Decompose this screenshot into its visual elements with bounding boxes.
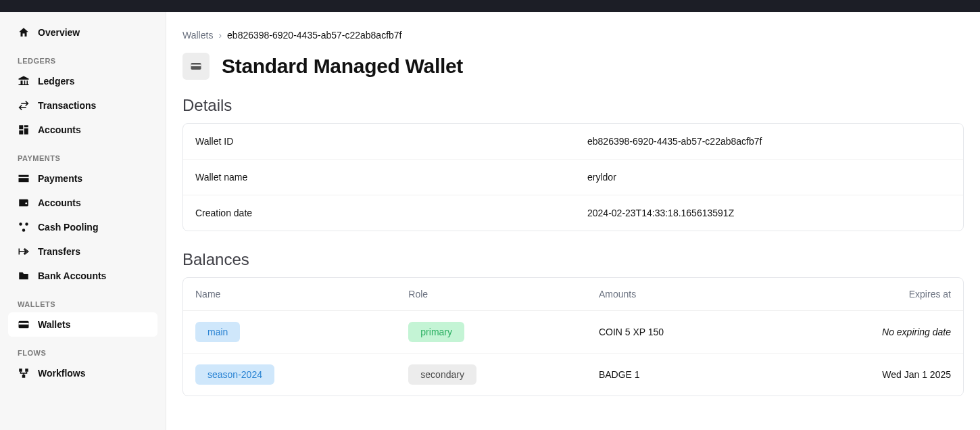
page-title: Standard Managed Wallet	[222, 55, 463, 78]
sidebar-item-transfers[interactable]: Transfers	[8, 239, 157, 264]
details-key: Creation date	[195, 208, 587, 218]
sidebar-item-label: Payments	[38, 173, 82, 184]
sidebar-section-payments: PAYMENTS	[8, 142, 157, 166]
transfer-icon	[18, 245, 30, 258]
sidebar-item-ledgers[interactable]: Ledgers	[8, 69, 157, 93]
sidebar-section-ledgers: LEDGERS	[8, 45, 157, 69]
balances-col-expires: Expires at	[771, 278, 963, 311]
sidebar-item-workflows[interactable]: Workflows	[8, 361, 157, 385]
sidebar-item-payments[interactable]: Payments	[8, 166, 157, 191]
sidebar-item-label: Accounts	[38, 124, 81, 135]
workflow-icon	[18, 367, 30, 379]
svg-rect-4	[19, 323, 29, 325]
details-row: Wallet name eryldor	[183, 160, 963, 195]
sidebar-item-label: Transactions	[38, 100, 96, 111]
sidebar-item-label: Cash Pooling	[38, 222, 98, 233]
balances-col-name: Name	[183, 278, 396, 311]
breadcrumb-current: eb826398-6920-4435-ab57-c22ab8acfb7f	[227, 30, 401, 41]
balances-heading: Balances	[182, 250, 964, 269]
details-value: eb826398-6920-4435-ab57-c22ab8acfb7f	[587, 136, 762, 147]
main-content: Wallets › eb826398-6920-4435-ab57-c22ab8…	[166, 12, 980, 430]
swap-icon	[18, 99, 30, 112]
folder-icon	[18, 270, 30, 282]
balance-role-badge: primary	[408, 322, 464, 342]
wallet-card-icon	[18, 318, 30, 331]
balance-name-badge[interactable]: season-2024	[195, 364, 274, 385]
sidebar-item-label: Accounts	[38, 197, 81, 208]
svg-rect-5	[19, 368, 22, 372]
svg-rect-6	[25, 368, 28, 372]
details-card: Wallet ID eb826398-6920-4435-ab57-c22ab8…	[182, 123, 964, 231]
details-row: Wallet ID eb826398-6920-4435-ab57-c22ab8…	[183, 124, 963, 160]
sidebar-item-wallets[interactable]: Wallets	[8, 312, 157, 337]
sidebar-item-label: Transfers	[38, 246, 80, 257]
details-value: eryldor	[587, 172, 616, 183]
details-row: Creation date 2024-02-23T14:33:18.165613…	[183, 195, 963, 231]
topbar	[0, 0, 980, 12]
details-section: Details Wallet ID eb826398-6920-4435-ab5…	[182, 96, 964, 231]
sidebar-item-cash-pooling[interactable]: Cash Pooling	[8, 215, 157, 239]
balances-card: Name Role Amounts Expires at main	[182, 277, 964, 396]
sidebar-section-flows: FLOWS	[8, 337, 157, 361]
sidebar-item-label: Wallets	[38, 319, 71, 330]
sidebar-item-bank-accounts[interactable]: Bank Accounts	[8, 264, 157, 288]
balance-role-badge: secondary	[408, 364, 476, 385]
sidebar-section-wallets: WALLETS	[8, 288, 157, 312]
balance-expires: No expiring date	[771, 311, 963, 354]
svg-rect-9	[191, 65, 201, 67]
details-key: Wallet name	[195, 172, 587, 183]
sidebar-item-label: Bank Accounts	[38, 270, 106, 281]
table-row[interactable]: season-2024 secondary BADGE 1 Wed Jan 1 …	[183, 354, 963, 396]
nodes-icon	[18, 221, 30, 233]
sidebar-item-accounts-payments[interactable]: Accounts	[8, 191, 157, 215]
balance-amounts: COIN 5 XP 150	[587, 311, 771, 354]
balances-col-role: Role	[396, 278, 587, 311]
sidebar-item-overview[interactable]: Overview	[8, 20, 157, 45]
card-icon	[18, 172, 30, 185]
breadcrumb: Wallets › eb826398-6920-4435-ab57-c22ab8…	[182, 30, 964, 41]
breadcrumb-root[interactable]: Wallets	[182, 30, 213, 41]
sidebar-item-label: Workflows	[38, 368, 86, 379]
svg-point-1	[25, 222, 28, 226]
balance-expires: Wed Jan 1 2025	[771, 354, 963, 396]
wallet-icon	[18, 197, 30, 209]
balances-table: Name Role Amounts Expires at main	[183, 278, 963, 396]
svg-point-2	[22, 229, 26, 232]
balance-amounts: BADGE 1	[587, 354, 771, 396]
svg-point-0	[19, 222, 22, 226]
sidebar-item-label: Overview	[38, 27, 80, 38]
sidebar-item-transactions[interactable]: Transactions	[8, 93, 157, 118]
sidebar-item-accounts-ledger[interactable]: Accounts	[8, 118, 157, 142]
details-value: 2024-02-23T14:33:18.165613591Z	[587, 208, 734, 218]
details-heading: Details	[182, 96, 964, 115]
accounts-icon	[18, 124, 30, 136]
svg-rect-7	[22, 375, 26, 378]
balance-name-badge[interactable]: main	[195, 322, 240, 342]
balances-col-amounts: Amounts	[587, 278, 771, 311]
home-icon	[18, 26, 30, 39]
table-row[interactable]: main primary COIN 5 XP 150 No expiring d…	[183, 311, 963, 354]
sidebar: Overview LEDGERS Ledgers Transactions Ac…	[0, 12, 166, 430]
bank-icon	[18, 75, 30, 87]
wallet-title-icon	[182, 53, 210, 80]
breadcrumb-separator: ›	[218, 30, 222, 41]
details-key: Wallet ID	[195, 136, 587, 147]
title-row: Standard Managed Wallet	[182, 53, 964, 80]
balances-section: Balances Name Role Amounts Expires at	[182, 250, 964, 396]
sidebar-item-label: Ledgers	[38, 76, 74, 87]
